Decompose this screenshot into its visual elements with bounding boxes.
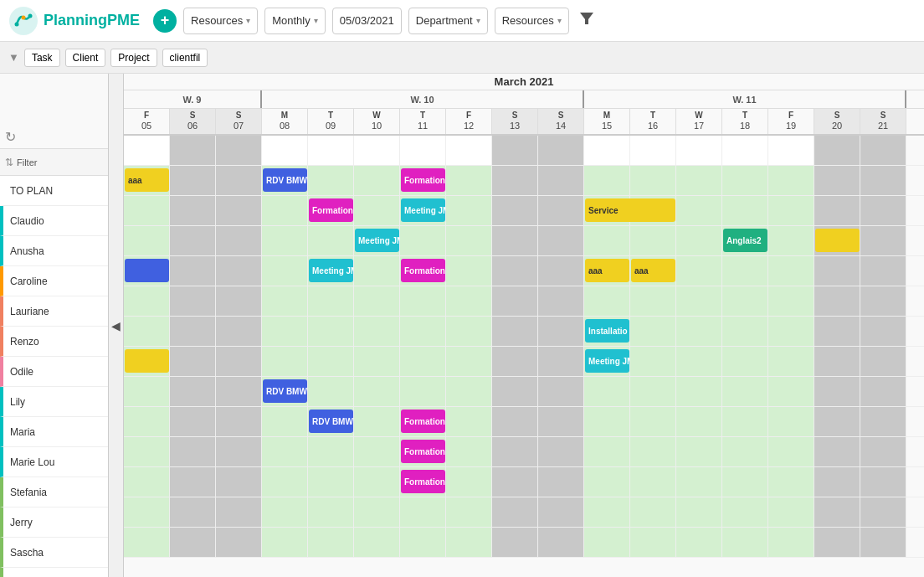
grid-cell[interactable] (630, 528, 676, 557)
grid-cell[interactable] (584, 136, 630, 165)
grid-cell[interactable] (170, 497, 216, 527)
grid-cell[interactable] (216, 136, 262, 165)
grid-cell[interactable] (262, 467, 308, 497)
grid-cell[interactable] (308, 347, 354, 376)
grid-cell[interactable] (446, 497, 492, 527)
grid-cell[interactable] (308, 317, 354, 346)
grid-cell[interactable] (262, 196, 308, 225)
grid-cell[interactable] (354, 196, 400, 225)
grid-cell[interactable] (630, 407, 676, 436)
grid-cell[interactable] (170, 256, 216, 286)
grid-cell[interactable] (400, 286, 446, 316)
grid-cell[interactable] (354, 317, 400, 346)
monthly-dropdown[interactable]: Monthly ▾ (264, 8, 326, 34)
grid-cell[interactable] (860, 467, 906, 497)
calendar-event[interactable] (125, 349, 169, 373)
grid-cell[interactable] (722, 497, 768, 527)
grid-cell[interactable] (262, 347, 308, 376)
clientfil-filter[interactable]: clientfil (162, 49, 208, 67)
grid-cell[interactable] (814, 497, 860, 527)
grid-cell[interactable] (630, 497, 676, 527)
grid-cell[interactable] (354, 286, 400, 316)
task-filter[interactable]: Task (24, 49, 60, 67)
grid-cell[interactable] (814, 136, 860, 165)
grid-cell[interactable] (308, 226, 354, 255)
grid-cell[interactable] (262, 528, 308, 557)
grid-cell[interactable] (814, 256, 860, 286)
grid-cell[interactable] (354, 166, 400, 195)
grid-cell[interactable] (216, 407, 262, 436)
grid-cell[interactable] (768, 226, 814, 255)
department-dropdown[interactable]: Department ▾ (408, 8, 488, 34)
grid-cell[interactable] (216, 196, 262, 225)
grid-cell[interactable] (216, 347, 262, 376)
grid-cell[interactable] (262, 286, 308, 316)
grid-cell[interactable] (538, 317, 584, 346)
grid-cell[interactable] (768, 437, 814, 466)
grid-cell[interactable] (216, 286, 262, 316)
grid-cell[interactable] (492, 196, 538, 225)
grid-cell[interactable] (262, 407, 308, 436)
calendar-event[interactable]: Formation (401, 259, 445, 282)
calendar-event[interactable]: Service (585, 198, 675, 222)
grid-cell[interactable] (446, 226, 492, 255)
grid-cell[interactable] (722, 136, 768, 165)
resources2-dropdown[interactable]: Resources ▾ (495, 8, 569, 34)
grid-cell[interactable] (630, 317, 676, 346)
grid-cell[interactable] (860, 528, 906, 557)
sort-icon[interactable]: ⇅ (5, 157, 13, 168)
grid-cell[interactable] (308, 467, 354, 497)
grid-cell[interactable] (216, 377, 262, 406)
grid-cell[interactable] (492, 528, 538, 557)
calendar-event[interactable]: Anglais2 (723, 229, 767, 252)
grid-cell[interactable] (538, 256, 584, 286)
grid-cell[interactable] (400, 226, 446, 255)
grid-cell[interactable] (446, 347, 492, 376)
grid-cell[interactable] (492, 437, 538, 466)
grid-cell[interactable] (124, 528, 170, 557)
grid-cell[interactable] (446, 528, 492, 557)
grid-cell[interactable] (814, 467, 860, 497)
calendar-event[interactable]: aaa (631, 259, 675, 282)
grid-cell[interactable] (584, 497, 630, 527)
grid-cell[interactable] (860, 437, 906, 466)
grid-cell[interactable] (538, 347, 584, 376)
grid-cell[interactable] (400, 377, 446, 406)
grid-cell[interactable] (354, 136, 400, 165)
grid-cell[interactable] (676, 377, 722, 406)
grid-cell[interactable] (768, 196, 814, 225)
filter-icon[interactable]: ▼ (8, 51, 19, 64)
grid-cell[interactable] (354, 407, 400, 436)
calendar-event[interactable]: RDV BMW (263, 168, 307, 192)
grid-cell[interactable] (630, 437, 676, 466)
calendar-event[interactable]: Formation (401, 470, 445, 493)
grid-cell[interactable] (170, 317, 216, 346)
grid-cell[interactable] (308, 166, 354, 195)
grid-cell[interactable] (492, 377, 538, 406)
refresh-icon[interactable]: ↻ (5, 129, 16, 145)
grid-cell[interactable] (630, 136, 676, 165)
calendar-event[interactable]: Formation (309, 198, 353, 222)
grid-cell[interactable] (860, 256, 906, 286)
grid-cell[interactable] (722, 256, 768, 286)
grid-cell[interactable] (676, 528, 722, 557)
grid-cell[interactable] (722, 196, 768, 225)
grid-cell[interactable] (676, 136, 722, 165)
grid-cell[interactable] (354, 497, 400, 527)
grid-cell[interactable] (676, 437, 722, 466)
grid-cell[interactable] (584, 166, 630, 195)
grid-cell[interactable] (768, 286, 814, 316)
grid-cell[interactable] (216, 256, 262, 286)
grid-cell[interactable] (492, 347, 538, 376)
grid-cell[interactable] (630, 286, 676, 316)
grid-cell[interactable] (722, 407, 768, 436)
grid-cell[interactable] (722, 347, 768, 376)
grid-cell[interactable] (400, 136, 446, 165)
grid-cell[interactable] (262, 256, 308, 286)
grid-cell[interactable] (262, 437, 308, 466)
grid-cell[interactable] (676, 226, 722, 255)
calendar-event[interactable]: Meeting JMC (355, 229, 399, 252)
grid-cell[interactable] (216, 226, 262, 255)
grid-cell[interactable] (354, 256, 400, 286)
grid-cell[interactable] (768, 317, 814, 346)
